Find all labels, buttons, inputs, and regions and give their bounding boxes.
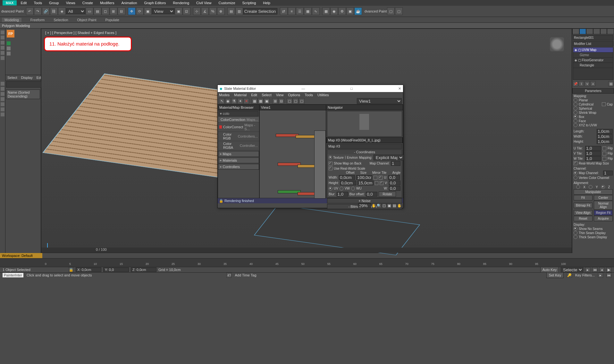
tree-icon[interactable] xyxy=(7,47,11,50)
tree-icon[interactable] xyxy=(7,41,11,45)
workspace-label[interactable]: Workspace: Default xyxy=(0,253,42,258)
slate-menu-view[interactable]: View xyxy=(276,93,284,97)
width-spinner[interactable] xyxy=(597,134,613,139)
modifier-stack[interactable]: ◈ ▢ UVW Map Gizmo ◈ ▢ FloorGenerator Rec… xyxy=(573,47,613,80)
snap-toggle-button[interactable]: ⊹ xyxy=(193,7,201,15)
toggle-ribbon-button[interactable]: ▦ xyxy=(304,7,312,15)
make-unique-button[interactable]: ⋎ xyxy=(585,81,590,86)
slate-tool-button[interactable]: ⊟ xyxy=(278,98,284,104)
zoom-extents-button[interactable]: ▣ xyxy=(387,203,391,208)
select-place-button[interactable]: ⊡ xyxy=(183,7,190,15)
browser-search[interactable]: ▾ colo xyxy=(219,111,258,116)
undo-button[interactable]: ↶ xyxy=(26,7,34,15)
menu-modifiers[interactable]: Modifiers xyxy=(97,0,118,5)
tab-select[interactable]: Select xyxy=(7,76,17,80)
pan-view-button[interactable]: ✋ xyxy=(397,203,402,208)
slate-pick-button[interactable]: ↖ xyxy=(219,98,225,104)
viewcube[interactable] xyxy=(550,37,564,51)
map-name-field[interactable]: Map #3 xyxy=(327,144,402,149)
ribbon-objectpaint[interactable]: Object Paint xyxy=(77,18,97,22)
curve-editor-button[interactable]: ∿ xyxy=(312,7,320,15)
zoom-button[interactable]: 🔍 xyxy=(377,203,381,208)
parameters-header[interactable]: Parameters xyxy=(572,88,614,94)
time-slider[interactable]: 0 / 100 xyxy=(41,248,572,253)
pan-button[interactable]: ✋ xyxy=(372,203,376,208)
slate-tool-button[interactable]: ▢ xyxy=(287,98,292,104)
utilities-tab[interactable] xyxy=(607,29,614,34)
stack-floorgenerator[interactable]: ◈ ▢ FloorGenerator xyxy=(573,58,613,63)
hierarchy-tab[interactable] xyxy=(586,29,593,34)
mirror-button[interactable]: ⇄ xyxy=(280,7,288,15)
radio-face[interactable] xyxy=(574,119,577,123)
render-button[interactable]: ☕ xyxy=(354,7,362,15)
ribbon-freeform[interactable]: Freeform xyxy=(30,18,45,22)
mirror-h-checkbox[interactable] xyxy=(375,181,379,185)
viewalign-button[interactable]: View Align xyxy=(574,210,593,216)
time-config-button[interactable]: ▸ xyxy=(585,267,590,272)
slate-tool-button[interactable]: ⚗ xyxy=(231,98,237,104)
radio-vertexcolor[interactable] xyxy=(574,176,577,180)
slate-tool-button[interactable]: ▢ xyxy=(299,98,305,104)
mapchannel-spinner[interactable] xyxy=(603,171,613,175)
slate-delete-button[interactable]: ✕ xyxy=(243,98,249,104)
advpaint-btn-2[interactable]: ▢ xyxy=(395,7,403,15)
leftbar-icon[interactable] xyxy=(1,113,4,116)
leftbar-icon[interactable] xyxy=(1,41,4,45)
goto-start-button[interactable]: ⏮ xyxy=(592,267,597,272)
radio-thinseam[interactable] xyxy=(574,231,577,235)
z-coord[interactable]: Z: 0,0cm xyxy=(131,267,156,272)
percent-snap-button[interactable]: % xyxy=(209,7,217,15)
radio-mapchannel[interactable] xyxy=(574,171,577,175)
modifier-list-dropdown[interactable]: Modifier List xyxy=(573,41,613,47)
menu-animation[interactable]: Animation xyxy=(118,0,140,5)
stack-gizmo[interactable]: Gizmo xyxy=(573,53,613,58)
slate-titlebar[interactable]: ◆ Slate Material Editor — □ ✕ xyxy=(218,85,403,92)
radio-uv[interactable] xyxy=(329,187,332,190)
slate-tool-button[interactable]: ⊞ xyxy=(272,98,278,104)
fit-button[interactable]: Fit xyxy=(574,195,593,200)
offset-h-spinner[interactable] xyxy=(340,181,356,185)
slate-menu-material[interactable]: Material xyxy=(234,93,247,97)
advpaint-btn-1[interactable]: ▢ xyxy=(387,7,395,15)
slate-assign-button[interactable]: ◉ xyxy=(225,98,231,104)
showmapback-checkbox[interactable] xyxy=(329,162,332,165)
ribbon-selection[interactable]: Selection xyxy=(54,18,68,22)
autokey-button[interactable]: Auto Key xyxy=(540,267,559,273)
pivot-button[interactable]: ▣ xyxy=(175,7,182,15)
slate-menu-utilities[interactable]: Utilities xyxy=(317,93,329,97)
radio-shrinkwrap[interactable] xyxy=(574,111,577,114)
browser-item[interactable]: Color RGBAController... xyxy=(218,141,259,150)
render-frame-button[interactable]: ▣ xyxy=(346,7,354,15)
browser-cat-maps[interactable]: + Maps xyxy=(218,151,259,157)
mapchannel-spinner[interactable] xyxy=(391,161,400,166)
menu-customize[interactable]: Customize xyxy=(215,0,239,5)
slate-tool-button[interactable]: ▣ xyxy=(264,98,270,104)
select-name-button[interactable]: ▤ xyxy=(94,7,101,15)
align-x-radio[interactable] xyxy=(576,185,580,189)
fp-icon[interactable]: FP xyxy=(7,30,14,38)
leftbar-icon[interactable] xyxy=(1,56,4,60)
layers-button[interactable]: ☰ xyxy=(296,7,304,15)
reset-button[interactable]: Reset xyxy=(574,216,593,221)
rotate-button[interactable]: ⟳ xyxy=(136,7,144,15)
align-button[interactable]: ≡ xyxy=(288,7,296,15)
browser-cat-controllers[interactable]: + Controllers xyxy=(218,164,259,170)
slate-menu-tools[interactable]: Tools xyxy=(305,93,313,97)
create-tab[interactable] xyxy=(572,29,579,34)
addtimetag-button[interactable]: 🏷 xyxy=(226,273,231,278)
display-tab[interactable] xyxy=(600,29,607,34)
remove-modifier-button[interactable]: ⋏ xyxy=(590,81,595,86)
goto-end-button[interactable]: ⏭ xyxy=(606,273,611,278)
leftbar-icon[interactable] xyxy=(1,97,4,101)
menu-rendering[interactable]: Rendering xyxy=(170,0,192,5)
timeline[interactable]: 0510152025303540455055606570758085909510… xyxy=(0,258,614,267)
browser-item[interactable]: ColorCorrectionMaps... xyxy=(218,117,259,123)
align-y-radio[interactable] xyxy=(589,185,593,189)
redo-button[interactable]: ↷ xyxy=(34,7,42,15)
play-button[interactable]: ▶ xyxy=(606,267,611,272)
rotate-button[interactable]: Rotate xyxy=(379,191,396,197)
leftbar-icon[interactable] xyxy=(1,107,4,111)
size-w-spinner[interactable] xyxy=(356,175,372,180)
slate-menu-select[interactable]: Select xyxy=(262,93,272,97)
wflip-checkbox[interactable] xyxy=(602,157,606,161)
